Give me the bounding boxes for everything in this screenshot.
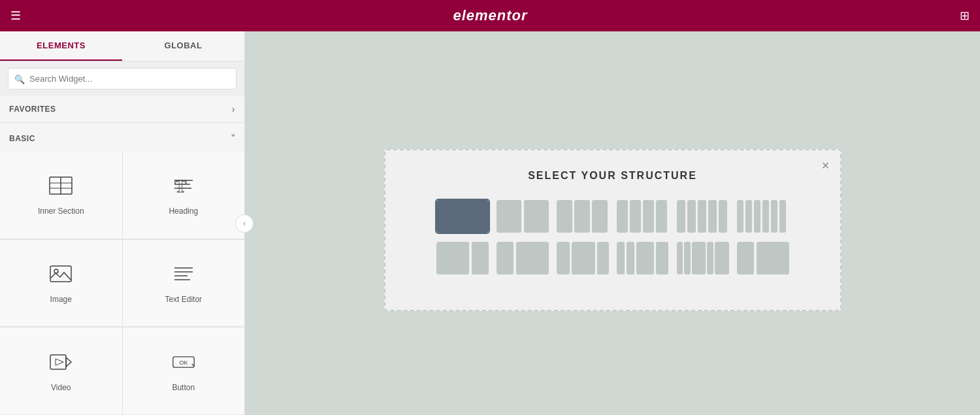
grid-icon[interactable]: ⊞ bbox=[960, 8, 970, 23]
structure-option-3col[interactable] bbox=[557, 200, 609, 233]
structure-row-1 bbox=[405, 200, 821, 233]
svg-marker-16 bbox=[56, 359, 63, 365]
inner-section-icon bbox=[49, 174, 73, 200]
structure-option-asym-3[interactable] bbox=[557, 242, 609, 274]
divider-1 bbox=[0, 122, 244, 123]
image-icon bbox=[49, 262, 73, 288]
widget-button[interactable]: OK Button bbox=[123, 327, 245, 415]
button-label: Button bbox=[172, 383, 195, 392]
video-label: Video bbox=[51, 383, 71, 392]
structure-row-2 bbox=[405, 242, 821, 274]
main-layout: ELEMENTS GLOBAL 🔍 FAVORITES › BASIC ˅ bbox=[0, 31, 980, 415]
search-input[interactable] bbox=[8, 68, 237, 90]
modal-title: SELECT YOUR STRUCTURE bbox=[405, 170, 821, 182]
structure-option-asym-6[interactable] bbox=[737, 242, 789, 274]
basic-chevron-icon: ˅ bbox=[231, 133, 236, 144]
video-icon bbox=[49, 350, 73, 376]
sidebar: ELEMENTS GLOBAL 🔍 FAVORITES › BASIC ˅ bbox=[0, 31, 245, 415]
structure-option-asym-5[interactable] bbox=[677, 242, 729, 274]
elementor-logo: elementor bbox=[453, 7, 527, 24]
modal-close-button[interactable]: × bbox=[822, 158, 830, 173]
widget-text-editor[interactable]: Text Editor bbox=[123, 240, 245, 327]
search-icon: 🔍 bbox=[14, 74, 25, 84]
tab-global[interactable]: GLOBAL bbox=[122, 31, 244, 61]
text-editor-label: Text Editor bbox=[165, 295, 202, 304]
svg-marker-15 bbox=[66, 357, 71, 367]
widget-inner-section[interactable]: Inner Section bbox=[0, 152, 122, 239]
structure-option-asym-1[interactable] bbox=[436, 242, 489, 274]
structure-option-asym-2[interactable] bbox=[497, 242, 549, 274]
inner-section-label: Inner Section bbox=[38, 207, 84, 216]
widget-heading[interactable]: T Heading bbox=[123, 152, 245, 239]
tab-elements[interactable]: ELEMENTS bbox=[0, 31, 122, 61]
heading-icon: T bbox=[172, 174, 195, 200]
widget-image[interactable]: Image bbox=[0, 240, 122, 327]
heading-label: Heading bbox=[169, 207, 198, 216]
svg-point-9 bbox=[54, 269, 58, 273]
sidebar-collapse-toggle[interactable]: ‹ bbox=[235, 214, 253, 233]
header: ☰ elementor ⊞ bbox=[0, 0, 980, 31]
structure-option-1col[interactable] bbox=[436, 200, 489, 233]
structure-option-2col[interactable] bbox=[497, 200, 549, 233]
structure-modal: × SELECT YOUR STRUCTURE bbox=[384, 149, 841, 311]
widgets-grid: Inner Section T Heading bbox=[0, 152, 244, 415]
svg-text:OK: OK bbox=[179, 359, 188, 365]
favorites-chevron-icon: › bbox=[232, 104, 235, 114]
structure-option-5col[interactable] bbox=[677, 200, 729, 233]
hamburger-icon[interactable]: ☰ bbox=[10, 8, 21, 23]
basic-section-header[interactable]: BASIC ˅ bbox=[0, 125, 244, 152]
search-box: 🔍 bbox=[0, 61, 244, 96]
structure-option-4col[interactable] bbox=[617, 200, 669, 233]
favorites-section-header[interactable]: FAVORITES › bbox=[0, 96, 244, 122]
structure-option-asym-4[interactable] bbox=[617, 242, 669, 274]
sidebar-tabs: ELEMENTS GLOBAL bbox=[0, 31, 244, 61]
canvas[interactable]: × SELECT YOUR STRUCTURE bbox=[245, 31, 980, 415]
svg-rect-8 bbox=[50, 266, 71, 282]
widget-video[interactable]: Video bbox=[0, 327, 122, 415]
favorites-label: FAVORITES bbox=[9, 105, 56, 114]
structure-option-6col[interactable] bbox=[737, 200, 789, 233]
svg-text:T: T bbox=[174, 176, 187, 196]
image-label: Image bbox=[50, 295, 72, 304]
button-icon: OK bbox=[172, 350, 195, 376]
basic-label: BASIC bbox=[9, 134, 35, 143]
text-editor-icon bbox=[172, 262, 195, 288]
